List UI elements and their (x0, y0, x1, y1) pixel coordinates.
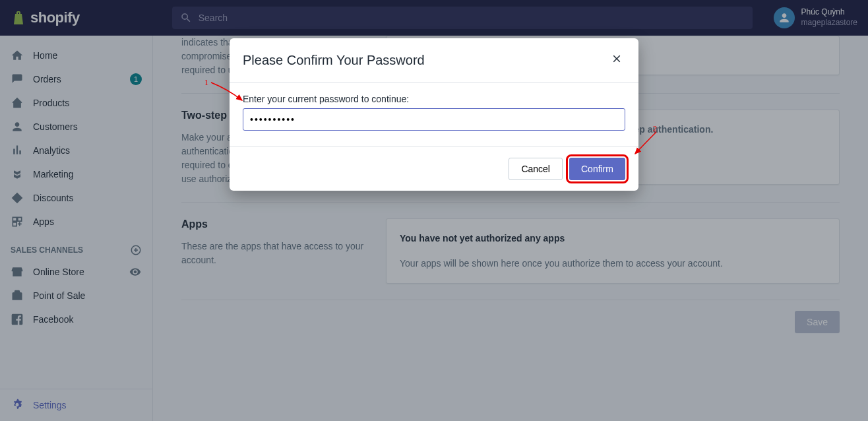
confirm-password-modal: Please Confirm Your Password Enter your … (230, 38, 638, 191)
confirm-button[interactable]: Confirm (569, 158, 625, 180)
close-icon (611, 53, 623, 65)
modal-title: Please Confirm Your Password (243, 53, 425, 68)
modal-overlay[interactable]: Please Confirm Your Password Enter your … (0, 0, 868, 421)
password-label: Enter your current password to continue: (243, 94, 625, 104)
cancel-button[interactable]: Cancel (509, 158, 563, 180)
modal-close-button[interactable] (608, 50, 625, 71)
password-input[interactable] (243, 108, 625, 131)
